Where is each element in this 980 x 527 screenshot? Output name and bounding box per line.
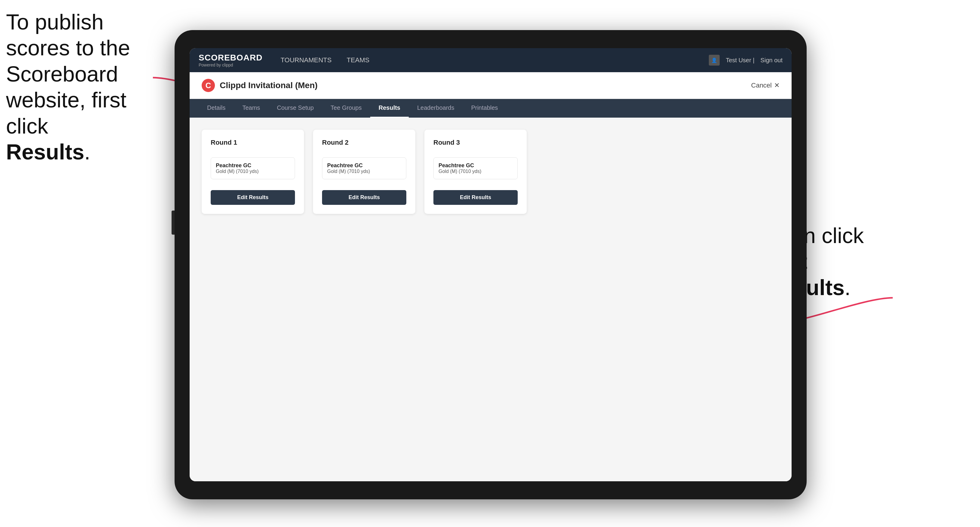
cancel-label: Cancel	[751, 81, 772, 89]
tablet-device: SCOREBOARD Powered by clippd TOURNAMENTS…	[175, 30, 807, 499]
tournament-title-area: C Clippd Invitational (Men)	[202, 79, 318, 92]
round-3-title: Round 3	[433, 139, 518, 146]
round-2-course-name: Peachtree GC	[327, 162, 401, 169]
tab-leaderboards[interactable]: Leaderboards	[409, 99, 463, 117]
round-3-card: Round 3 Peachtree GC Gold (M) (7010 yds)…	[425, 130, 527, 214]
nav-links: TOURNAMENTS TEAMS	[280, 56, 709, 64]
round-3-course-details: Gold (M) (7010 yds)	[439, 169, 512, 174]
round-3-course-card: Peachtree GC Gold (M) (7010 yds)	[433, 157, 518, 179]
round-2-course-card: Peachtree GC Gold (M) (7010 yds)	[322, 157, 406, 179]
tournament-header: C Clippd Invitational (Men) Cancel ✕	[189, 72, 792, 99]
instruction-left-text: To publish scores to the Scoreboard webs…	[6, 10, 130, 138]
round-1-course-card: Peachtree GC Gold (M) (7010 yds)	[211, 157, 295, 179]
instruction-left: To publish scores to the Scoreboard webs…	[6, 9, 138, 165]
tab-tee-groups[interactable]: Tee Groups	[322, 99, 370, 117]
cancel-button[interactable]: Cancel ✕	[751, 81, 780, 89]
nav-signout[interactable]: Sign out	[760, 57, 783, 64]
logo-area: SCOREBOARD Powered by clippd	[199, 53, 262, 67]
tab-results[interactable]: Results	[370, 99, 409, 117]
main-content: Round 1 Peachtree GC Gold (M) (7010 yds)…	[189, 117, 792, 481]
clippd-logo: C	[202, 79, 215, 92]
instruction-results-bold: Results	[6, 140, 84, 164]
logo-subtitle: Powered by clippd	[199, 63, 262, 67]
user-icon: 👤	[709, 55, 720, 65]
tab-teams[interactable]: Teams	[234, 99, 269, 117]
round-3-course-name: Peachtree GC	[439, 162, 512, 169]
round-3-edit-results-button[interactable]: Edit Results	[433, 190, 518, 205]
tab-details[interactable]: Details	[199, 99, 234, 117]
round-1-title: Round 1	[211, 139, 295, 146]
round-1-card: Round 1 Peachtree GC Gold (M) (7010 yds)…	[202, 130, 304, 214]
round-2-edit-results-button[interactable]: Edit Results	[322, 190, 406, 205]
tab-bar: Details Teams Course Setup Tee Groups Re…	[189, 99, 792, 117]
round-1-edit-results-button[interactable]: Edit Results	[211, 190, 295, 205]
tab-course-setup[interactable]: Course Setup	[269, 99, 322, 117]
cancel-icon: ✕	[774, 81, 780, 89]
nav-tournaments[interactable]: TOURNAMENTS	[280, 56, 332, 64]
round-2-card: Round 2 Peachtree GC Gold (M) (7010 yds)…	[313, 130, 415, 214]
nav-teams[interactable]: TEAMS	[347, 56, 370, 64]
top-navigation: SCOREBOARD Powered by clippd TOURNAMENTS…	[189, 48, 792, 72]
nav-right: 👤 Test User | Sign out	[709, 55, 783, 65]
tournament-name: Clippd Invitational (Men)	[220, 81, 318, 90]
tablet-screen: SCOREBOARD Powered by clippd TOURNAMENTS…	[189, 48, 792, 481]
round-2-course-details: Gold (M) (7010 yds)	[327, 169, 401, 174]
tab-printables[interactable]: Printables	[463, 99, 506, 117]
logo-text: SCOREBOARD	[199, 53, 262, 63]
nav-user-text: Test User |	[725, 57, 754, 64]
round-1-course-details: Gold (M) (7010 yds)	[216, 169, 290, 174]
round-2-title: Round 2	[322, 139, 406, 146]
round-1-course-name: Peachtree GC	[216, 162, 290, 169]
